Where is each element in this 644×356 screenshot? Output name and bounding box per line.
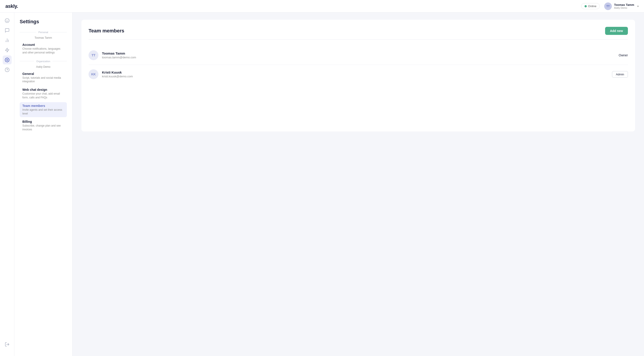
content-area: Team members Add new TT Toomas Tamm toom… xyxy=(82,20,635,132)
sidebar-item-campaigns[interactable] xyxy=(3,46,12,54)
member-info: Toomas Tamm toomas.tamm@demo.com xyxy=(102,52,619,59)
settings-nav-webchat[interactable]: Web chat design Customise your chat, add… xyxy=(20,86,67,101)
settings-nav-team-members[interactable]: Team members Invite agents and set their… xyxy=(20,102,67,118)
settings-nav-general-title: General xyxy=(22,72,64,76)
personal-section-divider: Personal xyxy=(20,31,67,34)
settings-title: Settings xyxy=(20,19,67,24)
online-status: Online xyxy=(581,3,600,9)
member-name: Toomas Tamm xyxy=(102,52,619,55)
svg-point-6 xyxy=(6,59,8,60)
user-info: Toomas Tamm Askly Demo xyxy=(614,3,634,9)
personal-section-label: Personal xyxy=(36,31,50,34)
member-email: kristi.kuusk@demo.com xyxy=(102,75,612,78)
avatar: KK xyxy=(88,69,98,79)
chevron-down-icon: ▾ xyxy=(637,5,639,8)
table-row: KK Kristi Kuusk kristi.kuusk@demo.com Ad… xyxy=(88,65,628,84)
icon-sidebar-bottom xyxy=(3,340,12,352)
settings-nav-webchat-title: Web chat design xyxy=(22,88,64,92)
member-role-badge[interactable]: Admin xyxy=(612,71,628,78)
table-row: TT Toomas Tamm toomas.tamm@demo.com Owne… xyxy=(88,46,628,65)
member-role: Owner xyxy=(619,54,628,57)
icon-sidebar xyxy=(0,12,14,356)
settings-nav-account-title: Account xyxy=(22,43,64,46)
main-content: Team members Add new TT Toomas Tamm toom… xyxy=(72,12,644,356)
settings-nav-billing[interactable]: Billing Subscribe, change plan and see i… xyxy=(20,118,67,133)
settings-nav-general-desc: Script, tutorials and social media integ… xyxy=(22,76,64,84)
avatar: TT xyxy=(604,2,612,10)
sidebar-item-help[interactable] xyxy=(3,65,12,74)
add-new-button[interactable]: Add new xyxy=(605,27,628,35)
sidebar-item-analytics[interactable] xyxy=(3,36,12,45)
icon-sidebar-top xyxy=(3,16,12,338)
online-indicator xyxy=(584,5,587,8)
settings-nav-billing-title: Billing xyxy=(22,120,64,124)
online-label: Online xyxy=(588,4,596,8)
member-email: toomas.tamm@demo.com xyxy=(102,56,619,59)
settings-nav-team-members-title: Team members xyxy=(22,104,64,108)
sidebar-item-logout[interactable] xyxy=(3,340,12,349)
team-members-list: TT Toomas Tamm toomas.tamm@demo.com Owne… xyxy=(88,46,628,84)
avatar: TT xyxy=(88,50,98,60)
settings-nav-webchat-desc: Customise your chat, add email form, cal… xyxy=(22,92,64,100)
app-logo: askly. xyxy=(5,3,18,9)
member-name: Kristi Kuusk xyxy=(102,70,612,74)
settings-nav-account-desc: Choose notifications, languages and othe… xyxy=(22,47,64,54)
org-section-divider: Organization xyxy=(20,60,67,62)
org-section-label: Organization xyxy=(34,60,52,62)
settings-nav-general[interactable]: General Script, tutorials and social med… xyxy=(20,70,67,86)
org-name: Askly Demo xyxy=(20,65,67,68)
page-title: Team members xyxy=(88,28,124,34)
user-org: Askly Demo xyxy=(614,6,634,9)
settings-nav-billing-desc: Subscribe, change plan and see invoices xyxy=(22,124,64,132)
settings-nav-team-members-desc: Invite agents and set their access level xyxy=(22,108,64,116)
sidebar-item-messages[interactable] xyxy=(3,26,12,35)
personal-user-name: Toomas Tamm xyxy=(20,36,67,39)
user-profile-menu[interactable]: TT Toomas Tamm Askly Demo ▾ xyxy=(604,2,639,10)
main-layout: Settings Personal Toomas Tamm Account Ch… xyxy=(0,12,644,356)
sidebar-item-settings[interactable] xyxy=(3,56,12,64)
sidebar-item-conversations[interactable] xyxy=(3,16,12,25)
settings-sidebar: Settings Personal Toomas Tamm Account Ch… xyxy=(14,12,72,356)
settings-nav-account[interactable]: Account Choose notifications, languages … xyxy=(20,41,67,56)
user-name: Toomas Tamm xyxy=(614,3,634,6)
svg-point-0 xyxy=(5,18,9,22)
content-header: Team members Add new xyxy=(88,27,628,40)
header-right: Online TT Toomas Tamm Askly Demo ▾ xyxy=(581,2,639,10)
member-info: Kristi Kuusk kristi.kuusk@demo.com xyxy=(102,70,612,78)
app-header: askly. Online TT Toomas Tamm Askly Demo … xyxy=(0,0,644,12)
